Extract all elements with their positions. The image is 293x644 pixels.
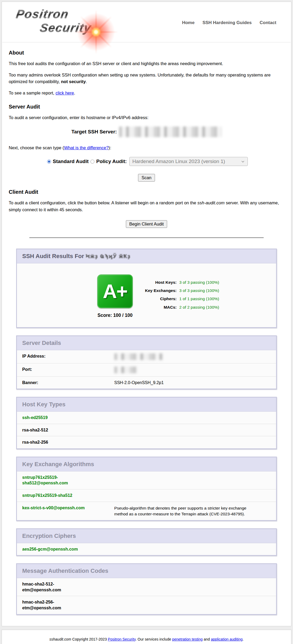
stat-macs: MACs: 2 of 2 passing (100%) — [142, 305, 219, 310]
ip-address-label: IP Address: — [22, 353, 114, 360]
kex-name: kex-strict-s-v00@openssh.com — [22, 505, 114, 517]
site-footer: sshaudit.com Copyright 2017-2023 Positro… — [2, 630, 291, 644]
scan-type-difference-link[interactable]: What is the difference? — [64, 145, 108, 150]
table-row: IP Address: — [17, 350, 276, 363]
results-stats: Host Keys: 3 of 3 passing (100%) Key Exc… — [142, 274, 219, 318]
scan-type-text: Next, choose the scan type ( — [9, 145, 64, 150]
policy-audit-radio[interactable] — [90, 160, 94, 164]
kex-name: sntrup761x25519-sha512 — [22, 493, 114, 498]
table-row: rsa-sha2-512 — [17, 424, 276, 436]
chevron-down-icon — [242, 160, 244, 162]
scan-type-end: ): — [109, 145, 111, 150]
mac-name: hmac-sha2-512- etm@openssh.com — [22, 581, 114, 593]
table-row: hmac-sha2-256- etm@openssh.com — [17, 596, 276, 614]
host-key-types-panel: Host Key Types ssh-ed25519 rsa-sha2-512 … — [16, 397, 277, 449]
nav-contact[interactable]: Contact — [260, 20, 276, 25]
banner-value: SSH-2.0-OpenSSH_9.2p1 — [114, 380, 164, 386]
key-exchange-header: Key Exchange Algorithms — [17, 457, 276, 471]
nav-home[interactable]: Home — [182, 20, 194, 25]
about-p2-bold: not security — [61, 79, 86, 84]
stat-label: Key Exchanges: — [142, 288, 177, 293]
stat-label: MACs: — [142, 305, 177, 310]
target-server-row: Target SSH Server: — [9, 127, 284, 137]
penetration-testing-link[interactable]: penetration testing — [172, 637, 203, 641]
main-content-box: Positron Security Home SSH Hardening Gui… — [2, 2, 291, 626]
footer-domain: sshaudit.com — [49, 637, 71, 641]
table-row: kex-strict-s-v00@openssh.com Pseudo-algo… — [17, 502, 276, 520]
logo-text-positron: Positron — [15, 7, 70, 21]
positron-security-link[interactable]: Positron Security — [108, 637, 136, 641]
policy-select[interactable]: Hardened Amazon Linux 2023 (version 1) — [129, 157, 248, 166]
ip-address-redacted-value — [114, 353, 163, 360]
table-row: sntrup761x25519-sha512 — [17, 489, 276, 502]
port-label: Port: — [22, 367, 114, 373]
footer-text: . Our services include — [136, 637, 172, 641]
encryption-ciphers-panel: Encryption Ciphers aes256-gcm@openssh.co… — [16, 528, 277, 556]
footer-text: and — [203, 637, 211, 641]
stat-value: 1 of 1 passing (100%) — [179, 296, 219, 301]
scan-button[interactable]: Scan — [138, 174, 155, 182]
site-header: Positron Security Home SSH Hardening Gui… — [2, 2, 291, 42]
policy-audit-label: Policy Audit: — [96, 159, 127, 164]
positron-security-logo[interactable]: Positron Security — [9, 7, 112, 38]
table-row: sntrup761x25519- sha512@openssh.com — [17, 471, 276, 489]
section-divider — [29, 237, 264, 238]
application-auditing-link[interactable]: application auditing — [211, 637, 242, 641]
host-key-name: rsa-sha2-256 — [22, 439, 114, 445]
footer-line-1: sshaudit.com Copyright 2017-2023 Positro… — [7, 637, 286, 642]
macs-panel: Message Authentication Codes hmac-sha2-5… — [16, 563, 277, 615]
host-key-types-header: Host Key Types — [17, 398, 276, 411]
red-starburst-icon — [75, 11, 117, 53]
about-heading: About — [9, 50, 284, 56]
nav-ssh-hardening-guides[interactable]: SSH Hardening Guides — [203, 20, 252, 25]
about-p2-end: . — [86, 79, 87, 84]
server-audit-intro: To audit a server configuration, enter i… — [9, 114, 284, 121]
score-text: Score: 100 / 100 — [88, 313, 142, 318]
cipher-name: aes256-gcm@openssh.com — [22, 546, 114, 552]
stat-label: Ciphers: — [142, 296, 177, 301]
banner-label: Banner: — [22, 380, 114, 386]
server-details-panel: Server Details IP Address: Port: Banner:… — [16, 335, 277, 390]
kex-description: Pseudo-algorithm that denotes the peer s… — [114, 505, 246, 517]
about-paragraph-1: This free tool audits the configuration … — [9, 60, 284, 67]
stat-host-keys: Host Keys: 3 of 3 passing (100%) — [142, 280, 219, 285]
results-panel-header: SSH Audit Results For Ϟӝҙ ҨϡϗЎ ӂҞҙ — [17, 249, 276, 263]
host-key-name: rsa-sha2-512 — [22, 427, 114, 433]
about-paragraph-2: Too many admins overlook SSH configurati… — [9, 72, 284, 85]
table-row: Banner: SSH-2.0-OpenSSH_9.2p1 — [17, 377, 276, 389]
stat-label: Host Keys: — [142, 280, 177, 285]
table-row: aes256-gcm@openssh.com — [17, 543, 276, 555]
standard-audit-label: Standard Audit — [53, 159, 89, 164]
scan-type-paragraph: Next, choose the scan type (What is the … — [9, 145, 284, 151]
redacted-hostname: Ϟӝҙ ҨϡϗЎ ӂҞҙ — [86, 253, 131, 259]
sample-report-link[interactable]: click here — [56, 91, 74, 95]
begin-client-audit-button[interactable]: Begin Client Audit — [126, 220, 167, 228]
port-redacted-value — [114, 367, 138, 373]
encryption-ciphers-header: Encryption Ciphers — [17, 529, 276, 543]
client-audit-text: To audit a client configuration, click t… — [9, 200, 198, 205]
footer-text: . — [242, 637, 244, 641]
macs-header: Message Authentication Codes — [17, 564, 276, 578]
footer-text: Copyright 2017-2023 — [71, 637, 108, 641]
stat-ciphers: Ciphers: 1 of 1 passing (100%) — [142, 296, 219, 301]
results-title: SSH Audit Results For — [22, 253, 84, 259]
table-row: Port: — [17, 363, 276, 377]
table-row: hmac-sha2-512- etm@openssh.com — [17, 578, 276, 596]
mac-name: hmac-sha2-256- etm@openssh.com — [22, 599, 114, 611]
table-row: rsa-sha2-256 — [17, 436, 276, 448]
kex-name: sntrup761x25519- sha512@openssh.com — [22, 475, 114, 486]
stat-key-exchanges: Key Exchanges: 3 of 3 passing (100%) — [142, 288, 219, 293]
client-audit-heading: Client Audit — [9, 189, 284, 195]
client-audit-domain: ssh-audit.com — [198, 200, 225, 205]
about-p3-end: . — [74, 91, 75, 95]
client-audit-paragraph: To audit a client configuration, click t… — [9, 200, 284, 213]
standard-audit-radio[interactable] — [47, 160, 51, 164]
server-details-header: Server Details — [17, 336, 276, 350]
about-paragraph-3: To see a sample report, click here. — [9, 90, 284, 97]
server-audit-heading: Server Audit — [9, 104, 284, 110]
stat-value: 3 of 3 passing (100%) — [179, 280, 219, 285]
stat-value: 2 of 2 passing (100%) — [179, 305, 219, 310]
target-ssh-server-input[interactable] — [119, 127, 222, 137]
table-row: ssh-ed25519 — [17, 412, 276, 424]
scan-type-radio-row: Standard Audit Policy Audit: Hardened Am… — [9, 157, 284, 166]
